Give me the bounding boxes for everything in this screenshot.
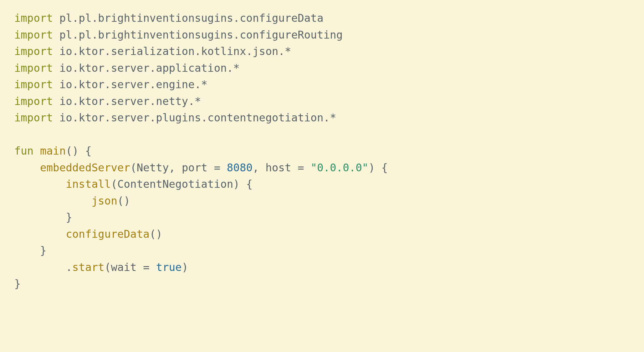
arg-contentnegotiation: ContentNegotiation	[117, 178, 233, 190]
label-wait: wait	[111, 261, 137, 273]
keyword-fun: fun	[14, 145, 34, 157]
value-wait: true	[156, 261, 182, 273]
label-host: host	[265, 161, 291, 174]
line-import-0: import pl.pl.brightinventionsugins.confi…	[14, 12, 323, 24]
keyword-import: import	[14, 45, 53, 57]
line-import-5: import io.ktor.server.netty.*	[14, 95, 201, 107]
import-path: io.ktor.serialization.kotlinx.json.*	[59, 45, 291, 57]
line-embedded-server: embeddedServer(Netty, port = 8080, host …	[14, 161, 388, 174]
code-block: import pl.pl.brightinventionsugins.confi…	[0, 0, 644, 302]
value-host: "0.0.0.0"	[311, 161, 369, 174]
import-path: pl.pl.brightinventionsugins.configureRou…	[59, 29, 343, 41]
line-close-install: }	[14, 211, 72, 223]
keyword-import: import	[14, 12, 53, 24]
line-import-1: import pl.pl.brightinventionsugins.confi…	[14, 29, 343, 41]
keyword-import: import	[14, 62, 53, 74]
call-configureData: configureData	[66, 228, 150, 240]
arg-netty: Netty	[137, 161, 169, 174]
call-embeddedServer: embeddedServer	[40, 161, 130, 174]
paren-open: ()	[66, 145, 79, 157]
keyword-import: import	[14, 78, 53, 91]
call-start: start	[72, 261, 104, 273]
import-path: io.ktor.server.engine.*	[59, 78, 207, 91]
line-import-3: import io.ktor.server.application.*	[14, 62, 240, 74]
fn-name-main: main	[40, 145, 66, 157]
line-json: json()	[14, 195, 130, 207]
line-configure-data: configureData()	[14, 228, 162, 240]
brace-open: {	[85, 145, 92, 157]
call-json: json	[92, 195, 117, 207]
line-close-fun: }	[14, 277, 21, 290]
keyword-import: import	[14, 29, 53, 41]
line-import-6: import io.ktor.server.plugins.contentneg…	[14, 111, 336, 124]
line-import-2: import io.ktor.serialization.kotlinx.jso…	[14, 45, 291, 57]
call-install: install	[66, 178, 111, 190]
line-install: install(ContentNegotiation) {	[14, 178, 252, 190]
import-path: pl.pl.brightinventionsugins.configureDat…	[59, 12, 323, 24]
import-path: io.ktor.server.netty.*	[59, 95, 201, 107]
keyword-import: import	[14, 95, 53, 107]
keyword-import: import	[14, 111, 53, 124]
line-start: .start(wait = true)	[14, 261, 188, 273]
line-import-4: import io.ktor.server.engine.*	[14, 78, 208, 91]
value-port: 8080	[227, 161, 252, 174]
import-path: io.ktor.server.plugins.contentnegotiatio…	[59, 111, 336, 124]
import-path: io.ktor.server.application.*	[59, 62, 240, 74]
line-close-lambda: }	[14, 244, 46, 257]
label-port: port	[182, 161, 208, 174]
line-fun-main: fun main() {	[14, 145, 92, 157]
